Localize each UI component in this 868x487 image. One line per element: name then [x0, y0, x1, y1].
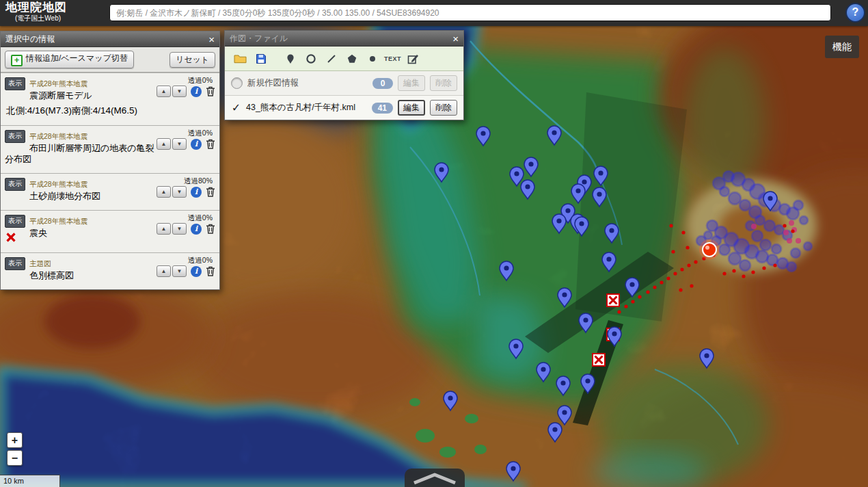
- move-up-button[interactable]: ▲: [157, 223, 171, 235]
- close-icon[interactable]: ×: [452, 34, 459, 44]
- info-icon[interactable]: i: [191, 86, 202, 97]
- trash-icon[interactable]: [206, 187, 215, 197]
- text-tool-button[interactable]: TEXT: [383, 51, 402, 66]
- map-pin[interactable]: [547, 126, 561, 145]
- marker-tool-button[interactable]: [281, 51, 299, 66]
- map-pin[interactable]: [625, 278, 639, 297]
- map-pin[interactable]: [602, 252, 616, 272]
- show-toggle-button[interactable]: 表示: [5, 178, 25, 191]
- map-pin[interactable]: [558, 406, 571, 425]
- move-down-button[interactable]: ▼: [172, 138, 187, 150]
- slope-dot: [751, 224, 757, 229]
- crack-dot: [690, 284, 693, 287]
- circle-tool-button[interactable]: [301, 51, 320, 66]
- info-icon[interactable]: i: [191, 224, 202, 235]
- move-down-button[interactable]: ▼: [172, 265, 187, 277]
- map-pin[interactable]: [571, 184, 585, 203]
- line-tool-button[interactable]: [322, 51, 340, 66]
- move-down-button[interactable]: ▼: [172, 186, 187, 198]
- reset-button[interactable]: リセット: [169, 52, 215, 68]
- move-up-button[interactable]: ▲: [157, 265, 171, 277]
- info-icon[interactable]: i: [191, 187, 202, 198]
- add-info-basemap-button[interactable]: +情報追加/ベースマップ切替: [5, 51, 134, 68]
- edit-button[interactable]: 編集: [398, 75, 425, 91]
- zoom-out-button[interactable]: −: [7, 450, 23, 466]
- move-up-button[interactable]: ▲: [157, 186, 171, 198]
- map-pin[interactable]: [700, 349, 714, 368]
- move-down-button[interactable]: ▼: [172, 85, 187, 97]
- point-tool-button[interactable]: [363, 51, 381, 66]
- show-toggle-button[interactable]: 表示: [5, 257, 25, 270]
- move-up-button[interactable]: ▲: [157, 85, 171, 97]
- layers-list: 表示 平成28年熊本地震 震源断層モデル 北側:4/16(M7.3)南側:4/1…: [1, 73, 219, 289]
- epicenter-x-marker[interactable]: [607, 294, 619, 306]
- map-pin[interactable]: [548, 423, 562, 442]
- crack-dot: [751, 270, 755, 274]
- map-pin[interactable]: [435, 163, 448, 182]
- trash-icon[interactable]: [206, 139, 215, 149]
- map-pin[interactable]: [506, 462, 520, 481]
- map-pin[interactable]: [552, 214, 566, 233]
- map-pin[interactable]: [593, 187, 606, 207]
- crack-dot: [671, 250, 675, 253]
- map-pin[interactable]: [537, 363, 550, 382]
- epicenter-x-marker[interactable]: [593, 354, 605, 366]
- map-pin[interactable]: [444, 391, 457, 410]
- epicenter-marker[interactable]: [703, 243, 716, 256]
- layer-item: 表示 主題図 色別標高図 透過0% ▲ ▼ i: [1, 252, 219, 289]
- map-pin[interactable]: [579, 313, 593, 332]
- crack-dot: [669, 224, 673, 227]
- crack-dot: [783, 224, 786, 227]
- open-file-button[interactable]: [231, 51, 249, 66]
- search-input[interactable]: [109, 4, 831, 21]
- move-down-button[interactable]: ▼: [172, 223, 187, 235]
- map-pin[interactable]: [509, 339, 523, 358]
- layer-category: 平成28年熊本地震: [29, 132, 87, 140]
- layer-opacity-label: 透過0%: [188, 129, 213, 138]
- layer-category: 主題図: [29, 259, 51, 267]
- map-pin[interactable]: [581, 374, 595, 393]
- map-pin[interactable]: [608, 327, 621, 346]
- feature-count-badge: 0: [372, 78, 393, 89]
- close-icon[interactable]: ×: [208, 34, 215, 44]
- map-pin[interactable]: [558, 288, 571, 307]
- drawing-row[interactable]: 新規作図情報 0 編集 削除: [225, 71, 463, 95]
- edit-button[interactable]: 編集: [398, 100, 425, 116]
- crack-dot: [773, 263, 776, 267]
- crack-dot: [638, 295, 641, 298]
- functions-button[interactable]: 機能: [825, 36, 859, 58]
- trash-icon[interactable]: [206, 224, 215, 234]
- trash-icon[interactable]: [206, 266, 215, 276]
- landslide-blob: [740, 260, 750, 271]
- map-pin[interactable]: [605, 224, 619, 243]
- app-subtitle: (電子国土Web): [5, 14, 67, 22]
- map-pin[interactable]: [594, 166, 608, 185]
- zoom-in-button[interactable]: +: [7, 432, 23, 448]
- move-up-button[interactable]: ▲: [157, 138, 171, 150]
- map-pin[interactable]: [524, 157, 538, 176]
- slope-dot: [796, 238, 801, 244]
- select-radio-icon[interactable]: [231, 77, 243, 89]
- info-icon[interactable]: i: [191, 266, 202, 277]
- check-icon[interactable]: ✓: [231, 101, 241, 114]
- trash-icon[interactable]: [206, 86, 215, 96]
- crack-dot: [732, 269, 735, 272]
- delete-button[interactable]: 削除: [430, 75, 457, 91]
- map-pin[interactable]: [476, 127, 490, 146]
- show-toggle-button[interactable]: 表示: [5, 130, 25, 143]
- delete-button[interactable]: 削除: [430, 100, 457, 116]
- edit-drawing-tool-button[interactable]: [404, 51, 422, 66]
- help-button[interactable]: ?: [845, 3, 865, 23]
- map-pin[interactable]: [521, 180, 534, 199]
- map-pin[interactable]: [500, 261, 513, 280]
- map-pin[interactable]: [556, 376, 570, 395]
- polygon-tool-button[interactable]: [342, 51, 361, 66]
- layer-item: 表示 平成28年熊本地震 震央 透過0% ▲ ▼ i: [1, 210, 219, 252]
- drawing-row[interactable]: ✓ 43_熊本の古凡村/千年村.kml 41 編集 削除: [225, 95, 463, 120]
- compass-widget[interactable]: [405, 469, 465, 487]
- info-icon[interactable]: i: [191, 139, 202, 150]
- save-file-button[interactable]: [252, 51, 270, 66]
- show-toggle-button[interactable]: 表示: [5, 77, 25, 90]
- show-toggle-button[interactable]: 表示: [5, 215, 25, 228]
- selected-info-panel-header: 選択中の情報 ×: [1, 31, 219, 47]
